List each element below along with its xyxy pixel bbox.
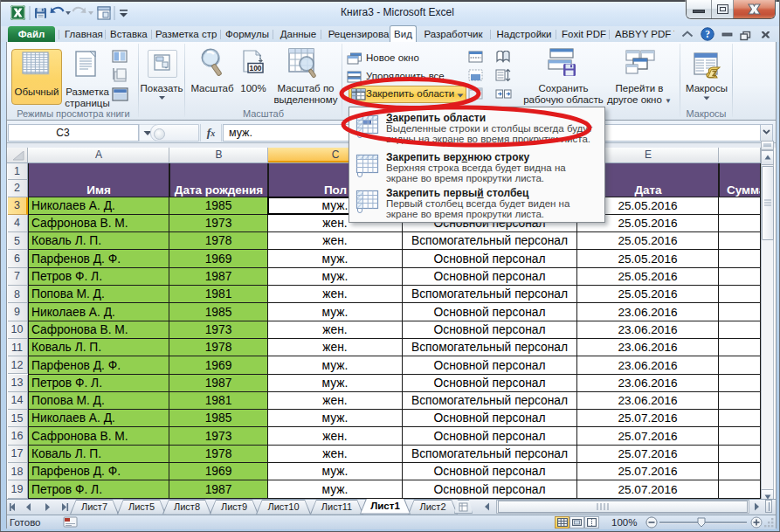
svg-text:100: 100 [249,64,261,73]
svg-text:?: ? [705,29,710,39]
